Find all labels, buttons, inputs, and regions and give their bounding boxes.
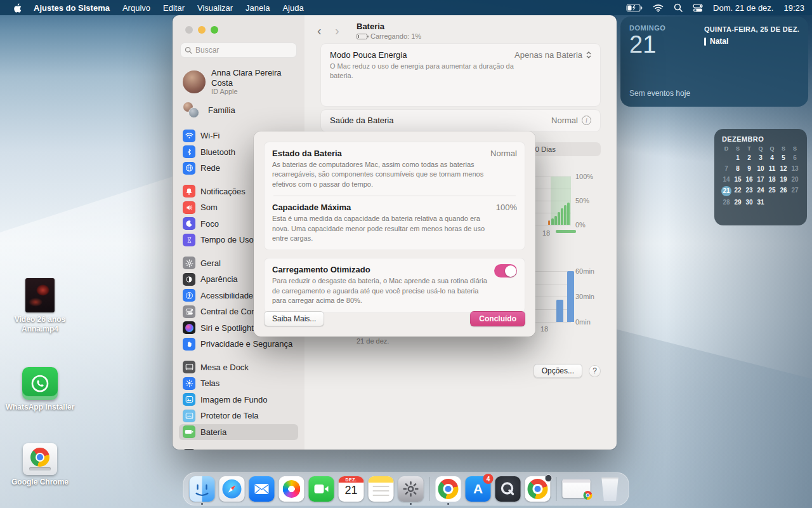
sidebar-item-family[interactable]: Família	[179, 100, 298, 121]
optimized-charging-toggle[interactable]	[494, 264, 517, 277]
calendar-day: 13	[789, 164, 801, 173]
chrome-logo	[584, 491, 593, 500]
calendar-day: 23	[743, 186, 755, 195]
calendar-day: 20	[789, 175, 801, 184]
menu-ajuda[interactable]: Ajuda	[282, 3, 303, 13]
spotlight-search-icon[interactable]	[674, 3, 683, 12]
calendar-day: 5	[778, 154, 789, 163]
done-button[interactable]: Concluído	[470, 311, 525, 326]
accessibility-icon	[183, 289, 195, 302]
sidebar-search[interactable]	[180, 43, 297, 58]
close-button[interactable]	[185, 26, 193, 34]
wifi-icon	[183, 130, 195, 142]
dock-calendar[interactable]: DEZ. 21	[339, 476, 364, 502]
calendar-day: 15	[732, 175, 743, 184]
calendar-day: 22	[732, 186, 743, 195]
lock-icon	[183, 449, 195, 450]
calendar-day: 27	[789, 186, 801, 195]
zoom-button[interactable]	[211, 26, 218, 34]
month-calendar-widget[interactable]: DEZEMBRO DSTQQSS123456789101112131415161…	[714, 129, 807, 225]
calendar-day	[778, 198, 789, 207]
low-power-dropdown[interactable]: Apenas na Bateria	[514, 50, 591, 60]
dock-chrome[interactable]	[436, 476, 461, 502]
dock-calendar-day: 21	[344, 483, 357, 498]
sidebar-item-bateria[interactable]: Bateria	[179, 424, 298, 441]
family-avatars	[183, 102, 199, 118]
app-store-a-icon: A	[473, 481, 483, 497]
wallpaper-icon	[183, 393, 195, 406]
forward-button[interactable]: ›	[335, 24, 339, 37]
screen-usage-bars	[556, 271, 574, 322]
appearance-icon	[183, 273, 195, 286]
sidebar-item-protetor-de-tela[interactable]: Protetor de Tela	[179, 408, 298, 424]
menu-visualizar[interactable]: Visualizar	[197, 3, 233, 13]
y-tick: 100%	[575, 173, 607, 180]
pane-title: Bateria	[357, 22, 384, 31]
calendar-day-header: S	[778, 145, 789, 152]
safari-compass-icon	[223, 479, 242, 498]
hourglass-icon	[183, 234, 195, 246]
video-camera-icon	[314, 484, 329, 494]
menu-arquivo[interactable]: Arquivo	[122, 3, 150, 13]
y-tick: 30min	[575, 293, 607, 300]
optimized-charging-card: Carregamento Otimizado Para reduzir o de…	[264, 258, 525, 312]
control-center-icon[interactable]	[693, 4, 703, 12]
menubar-time[interactable]: 19:23	[783, 3, 804, 13]
calendar-day: 26	[778, 186, 789, 195]
moon-icon	[183, 217, 195, 230]
minimize-button[interactable]	[198, 26, 206, 34]
info-icon[interactable]: i	[582, 116, 591, 125]
menu-editar[interactable]: Editar	[163, 3, 185, 13]
dock-trash[interactable]	[598, 476, 623, 502]
help-button[interactable]: ?	[589, 365, 601, 377]
dock-notes[interactable]	[369, 476, 394, 502]
dock-mail[interactable]	[249, 476, 275, 502]
sidebar-item-tela-bloqueada[interactable]: Tela Bloqueada	[179, 447, 298, 450]
dock-minimized-window[interactable]	[563, 476, 593, 502]
calendar-day: 29	[732, 198, 743, 207]
options-button[interactable]: Opções...	[534, 364, 582, 378]
desktop-icon-whatsapp-installer[interactable]: WhatsApp Installer	[5, 367, 75, 412]
sidebar-item-privacidade[interactable]: Privacidade e Segurança	[179, 336, 298, 352]
dock-finder[interactable]	[190, 476, 215, 502]
search-input[interactable]	[195, 46, 292, 55]
sidebar-item-imagem-de-fundo[interactable]: Imagem de Fundo	[179, 392, 298, 408]
dock-quicktime[interactable]	[495, 476, 521, 502]
desktop-icon-google-chrome[interactable]: Google Chrome	[5, 443, 75, 487]
sidebar-item-mesa-e-dock[interactable]: Mesa e Dock	[179, 359, 298, 376]
calendar-events-widget[interactable]: DOMINGO 21 QUINTA-FEIRA, 25 DE DEZ. Nata…	[620, 17, 808, 107]
desktop-icon-label: WhatsApp Installer	[5, 403, 75, 412]
chrome-disk-icon	[23, 443, 57, 475]
dock-chrome-alt[interactable]	[525, 476, 551, 502]
dock-safari[interactable]	[219, 476, 245, 502]
wifi-status-icon[interactable]	[653, 4, 664, 12]
minimized-window-titlebar	[563, 479, 591, 483]
menu-janela[interactable]: Janela	[246, 3, 270, 13]
dock-photos[interactable]	[279, 476, 304, 502]
battery-health-row: Saúde da Bateria Normal i	[321, 110, 600, 131]
x-tick: 18	[542, 229, 550, 237]
desktop-dock-icon	[183, 361, 195, 373]
calendar-day: 12	[778, 164, 789, 173]
apple-menu-icon[interactable]	[13, 3, 22, 13]
notes-header	[369, 476, 394, 483]
low-battery-bars	[548, 177, 550, 225]
notification-badge: 4	[483, 474, 494, 484]
widget-day-number: 21	[629, 32, 704, 58]
learn-more-button[interactable]: Saiba Mais...	[264, 311, 324, 326]
notes-line	[373, 486, 390, 487]
desktop-icon-label: Google Chrome	[5, 478, 75, 487]
chart-bar	[554, 216, 557, 225]
menu-app-name[interactable]: Ajustes do Sistema	[34, 3, 110, 13]
dock-app-store[interactable]: A 4	[466, 476, 491, 502]
sidebar-profile[interactable]: Anna Clara Pereira Costa ID Apple	[179, 67, 298, 100]
sidebar-item-telas[interactable]: Telas	[179, 375, 298, 392]
menubar-date[interactable]: Dom. 21 de dez.	[713, 3, 773, 13]
desktop-icon-video[interactable]: Video 26 anos Anna.mp4	[5, 278, 75, 334]
family-label: Família	[208, 105, 235, 115]
dock-facetime[interactable]	[309, 476, 334, 502]
battery-status-icon[interactable]	[626, 4, 643, 12]
widget-event-row: Natal	[704, 37, 799, 46]
dock-system-settings[interactable]	[398, 476, 424, 502]
back-button[interactable]: ‹	[317, 24, 322, 37]
